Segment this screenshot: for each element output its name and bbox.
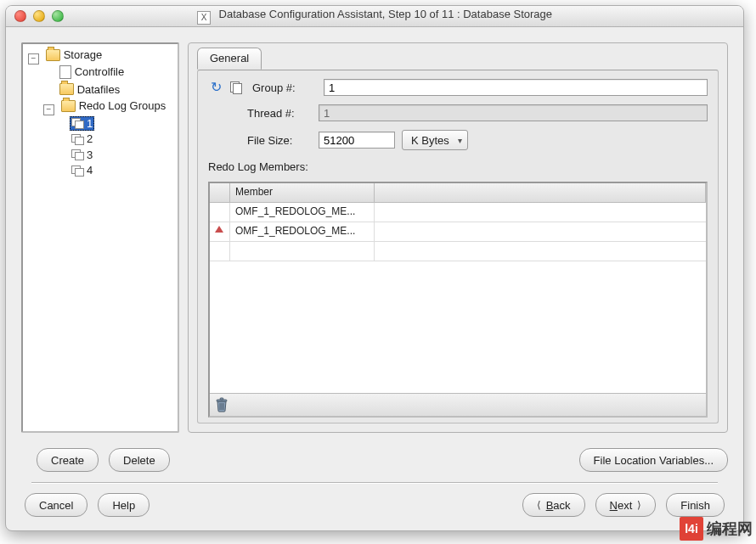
redo-members-table: Member OMF_1_REDOLOG_ME...OMF_1_REDOLOG_… <box>208 182 708 418</box>
redo-log-icon <box>71 134 83 144</box>
row-file-size: File Size: K Bytes ▾ <box>208 130 708 150</box>
tab-body-general: ↻ Group #: Thread #: File Size: K Bytes <box>197 70 719 423</box>
help-button[interactable]: Help <box>98 493 150 517</box>
chevron-down-icon: ▾ <box>458 136 462 145</box>
refresh-icon[interactable]: ↻ <box>208 80 223 95</box>
tree-node-controlfile[interactable]: Controlfile <box>58 65 127 79</box>
app-icon: X <box>197 11 211 25</box>
trash-icon[interactable] <box>215 397 228 412</box>
tree-node-redo-groups[interactable]: Redo Log Groups <box>59 99 168 112</box>
tree-buttons: Create Delete <box>37 448 170 472</box>
table-toolbar <box>210 393 706 416</box>
folder-icon <box>61 100 76 112</box>
watermark-badge: l4i <box>680 517 703 541</box>
zoom-button[interactable] <box>52 10 64 22</box>
copy-icon[interactable] <box>230 81 242 93</box>
file-size-input[interactable] <box>319 132 395 149</box>
tree-node-storage[interactable]: Storage <box>44 48 104 61</box>
table-header: Member <box>210 183 706 203</box>
table-header-spacer <box>375 183 706 202</box>
redo-members-label: Redo Log Members: <box>208 160 708 173</box>
window-title: X Database Configuration Assistant, Step… <box>6 8 743 25</box>
titlebar: X Database Configuration Assistant, Step… <box>6 6 743 27</box>
redo-log-icon <box>71 165 83 176</box>
app-window: X Database Configuration Assistant, Step… <box>5 5 744 531</box>
row-marker-cell <box>210 242 230 261</box>
chevron-left-icon: ⟨ <box>537 499 541 511</box>
row-thread-number: Thread #: <box>208 104 708 121</box>
tree-label: Datafiles <box>77 83 121 96</box>
tree-node-redo-group-1[interactable]: 1 <box>70 116 94 131</box>
folder-icon <box>59 83 74 95</box>
tree-label: 3 <box>87 149 93 161</box>
next-button[interactable]: Next ⟩ <box>595 493 657 517</box>
mid-button-row: Create Delete File Location Variables... <box>6 440 743 477</box>
file-icon <box>59 65 71 79</box>
tree-node-datafiles[interactable]: Datafiles <box>58 83 122 96</box>
folder-icon <box>46 49 60 61</box>
svg-rect-1 <box>220 398 223 400</box>
row-group-number: ↻ Group #: <box>208 79 708 96</box>
table-row[interactable]: OMF_1_REDOLOG_ME... <box>210 222 706 242</box>
tab-row: General <box>189 42 727 64</box>
row-marker-cell <box>210 203 230 222</box>
right-nav-buttons: ⟨ Back Next ⟩ Finish <box>522 493 725 517</box>
window-controls <box>14 10 64 22</box>
table-header-marker <box>210 183 230 202</box>
group-number-input[interactable] <box>324 79 708 96</box>
tree-label: 1 <box>87 117 93 130</box>
left-nav-buttons: Cancel Help <box>25 493 150 517</box>
file-size-unit-combo[interactable]: K Bytes ▾ <box>402 130 468 150</box>
file-size-unit-value: K Bytes <box>411 134 449 147</box>
tree-node-redo-group-3[interactable]: 3 <box>70 149 94 161</box>
delete-button[interactable]: Delete <box>109 448 170 472</box>
cancel-button[interactable]: Cancel <box>25 493 87 517</box>
file-size-label: File Size: <box>247 134 312 147</box>
tab-general[interactable]: General <box>197 48 262 70</box>
tree-node-redo-group-2[interactable]: 2 <box>70 132 94 145</box>
thread-number-label: Thread #: <box>247 107 312 120</box>
tree-toggle-redo[interactable]: − <box>43 104 54 115</box>
table-row[interactable]: OMF_1_REDOLOG_ME... <box>210 203 706 222</box>
tree-label: 4 <box>87 164 93 177</box>
thread-number-input <box>319 104 708 121</box>
window-title-text: Database Configuration Assistant, Step 1… <box>219 8 552 20</box>
redo-log-icon <box>71 149 83 160</box>
storage-tree: − Storage Controlfile <box>26 48 174 181</box>
tree-label: 2 <box>87 132 93 145</box>
redo-log-icon <box>71 118 83 128</box>
back-button[interactable]: ⟨ Back <box>522 493 585 517</box>
tree-label: Controlfile <box>75 65 125 78</box>
storage-tree-panel: − Storage Controlfile <box>21 42 179 433</box>
file-location-variables-button[interactable]: File Location Variables... <box>579 448 728 472</box>
next-label: Next <box>610 499 633 512</box>
row-member-cell[interactable]: OMF_1_REDOLOG_ME... <box>230 203 375 222</box>
new-row-marker-icon <box>215 226 223 234</box>
tree-label: Storage <box>64 48 103 61</box>
tree-label: Redo Log Groups <box>79 99 166 112</box>
watermark-text: 编程网 <box>707 519 753 539</box>
table-body: OMF_1_REDOLOG_ME...OMF_1_REDOLOG_ME... <box>210 203 706 393</box>
close-button[interactable] <box>14 10 26 22</box>
back-label: Back <box>546 499 571 512</box>
finish-button[interactable]: Finish <box>666 493 725 517</box>
group-number-label: Group #: <box>252 81 317 94</box>
tabbed-pane: General ↻ Group #: Thread #: File Siz <box>188 42 728 433</box>
row-member-cell[interactable]: OMF_1_REDOLOG_ME... <box>230 222 375 241</box>
tree-node-redo-group-4[interactable]: 4 <box>70 164 94 177</box>
create-button[interactable]: Create <box>37 448 99 472</box>
watermark: l4i 编程网 <box>680 517 753 541</box>
table-header-member: Member <box>230 183 375 202</box>
table-row[interactable] <box>210 242 706 261</box>
detail-panel: General ↻ Group #: Thread #: File Siz <box>188 42 728 433</box>
row-member-cell[interactable] <box>230 242 375 261</box>
main-content: − Storage Controlfile <box>6 27 743 440</box>
wizard-nav-row: Cancel Help ⟨ Back Next ⟩ Finish <box>6 483 743 530</box>
minimize-button[interactable] <box>33 10 45 22</box>
tree-toggle-storage[interactable]: − <box>28 53 39 64</box>
row-marker-cell <box>210 222 230 241</box>
chevron-right-icon: ⟩ <box>637 499 641 511</box>
